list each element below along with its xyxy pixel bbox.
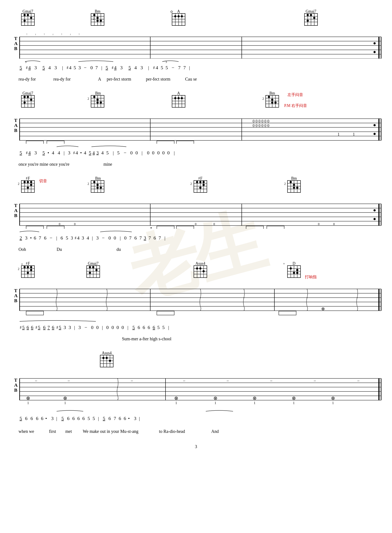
- svg-text:0: 0: [108, 235, 111, 241]
- svg-text:1: 1: [353, 132, 355, 137]
- svg-point-24: [97, 20, 99, 22]
- svg-point-125: [23, 96, 26, 98]
- svg-text:6: 6: [41, 416, 43, 421]
- section3-staff: T A B 0 0 0 0 0: [13, 197, 383, 229]
- svg-text:0 0 0 0 0 0: 0 0 0 0 0 0: [253, 119, 269, 123]
- svg-text:−: −: [84, 65, 86, 70]
- svg-text:A: A: [177, 91, 180, 95]
- svg-text:2: 2: [284, 182, 286, 185]
- svg-text:7: 7: [139, 235, 142, 241]
- svg-text:2: 2: [88, 97, 89, 100]
- svg-text:5: 5: [20, 416, 22, 421]
- svg-text:Sum-mer a-fter high s-chool: Sum-mer a-fter high s-chool: [122, 336, 172, 341]
- svg-text:Du: Du: [57, 247, 62, 252]
- svg-rect-412: [279, 311, 296, 315]
- svg-text:|: |: [142, 150, 142, 155]
- svg-point-138: [93, 96, 95, 98]
- svg-text:5: 5: [166, 65, 168, 70]
- svg-text:0: 0: [74, 222, 75, 226]
- svg-text:1: 1: [64, 401, 66, 405]
- svg-point-278: [293, 184, 295, 186]
- svg-text:4: 4: [84, 150, 86, 155]
- svg-text:6: 6: [52, 325, 54, 330]
- svg-text:6: 6: [143, 325, 145, 330]
- svg-text:0: 0: [135, 150, 138, 155]
- section5-chords: Asus4: [13, 350, 383, 371]
- svg-text:Ooh: Ooh: [19, 247, 26, 252]
- svg-point-139: [97, 99, 99, 101]
- svg-point-296: [373, 218, 376, 220]
- svg-text:1: 1: [175, 401, 177, 405]
- svg-text:7: 7: [183, 65, 186, 70]
- svg-text:2: 2: [18, 182, 19, 185]
- svg-text:Gmaj7: Gmaj7: [23, 91, 33, 95]
- svg-text:4: 4: [156, 65, 158, 70]
- svg-point-21: [93, 14, 95, 16]
- svg-text:0: 0: [91, 325, 93, 330]
- svg-point-277: [290, 181, 292, 183]
- svg-text:1: 1: [338, 132, 340, 137]
- svg-text:6: 6: [61, 235, 63, 241]
- svg-point-236: [27, 181, 29, 183]
- svg-rect-307: [176, 226, 194, 229]
- svg-text:0: 0: [167, 150, 170, 155]
- svg-point-11: [23, 20, 26, 22]
- svg-point-393: [296, 272, 298, 274]
- page: 老生 Gmaj7 Bm 2: [0, 0, 392, 533]
- svg-text:Bm: Bm: [95, 91, 101, 95]
- svg-text:1: 1: [27, 401, 29, 405]
- svg-point-353: [27, 266, 29, 268]
- svg-text:T: T: [14, 288, 17, 293]
- svg-text:5: 5: [22, 325, 25, 330]
- svg-text:mine: mine: [103, 162, 112, 167]
- svg-text:5: 5: [161, 65, 163, 70]
- svg-point-238: [30, 184, 32, 186]
- section1-staff: T A B: [13, 30, 383, 59]
- svg-text:6: 6: [72, 416, 75, 421]
- svg-text:0: 0: [121, 325, 124, 330]
- svg-text:0: 0: [112, 325, 114, 330]
- svg-rect-309: [267, 226, 284, 229]
- svg-text:B: B: [14, 128, 17, 133]
- svg-text:6: 6: [154, 235, 156, 241]
- svg-text:4: 4: [87, 235, 89, 241]
- svg-text:4: 4: [69, 65, 71, 70]
- svg-text:rea-dy for: rea-dy for: [53, 77, 71, 82]
- svg-text:−: −: [131, 378, 133, 383]
- svg-point-251: [97, 184, 99, 186]
- svg-point-127: [30, 99, 32, 101]
- svg-text:♯: ♯: [75, 236, 77, 240]
- section3-chords: ♯F 2 切音 Bm 2: [13, 176, 383, 196]
- section2-chords: Gmaj7 Bm 2: [13, 91, 383, 111]
- svg-text:Cau se: Cau se: [185, 77, 197, 81]
- svg-text:4: 4: [52, 150, 54, 155]
- svg-text:0: 0: [90, 65, 93, 70]
- svg-text:Gmaj7: Gmaj7: [23, 9, 33, 14]
- svg-text:⊗: ⊗: [63, 395, 67, 401]
- svg-point-390: [290, 267, 292, 269]
- svg-text:⊗: ⊗: [253, 395, 257, 401]
- svg-point-235: [23, 181, 26, 183]
- svg-text:⊗: ⊗: [292, 395, 296, 401]
- svg-text:⊗: ⊗: [331, 395, 335, 401]
- svg-point-36: [181, 15, 183, 17]
- svg-point-128: [23, 102, 26, 104]
- svg-text:first: first: [49, 429, 56, 434]
- svg-text:A: A: [14, 208, 18, 213]
- svg-point-356: [27, 272, 29, 274]
- svg-text:5: 5: [42, 65, 45, 70]
- svg-point-165: [271, 102, 273, 104]
- svg-rect-304: [26, 226, 44, 229]
- svg-text:0: 0: [333, 222, 335, 226]
- svg-point-252: [100, 187, 102, 189]
- content: Gmaj7 Bm 2: [13, 9, 379, 449]
- svg-point-266: [203, 184, 205, 186]
- svg-text:♯F: ♯F: [26, 261, 30, 266]
- svg-text:5: 5: [20, 150, 22, 155]
- svg-text:5: 5: [89, 150, 91, 155]
- svg-text:3: 3: [68, 150, 70, 155]
- svg-text:3: 3: [71, 236, 73, 240]
- svg-point-263: [196, 181, 198, 183]
- section1-lyrics: rea-dy for rea-dy for A per-fect storm p…: [13, 74, 383, 83]
- svg-text:5: 5: [61, 416, 64, 421]
